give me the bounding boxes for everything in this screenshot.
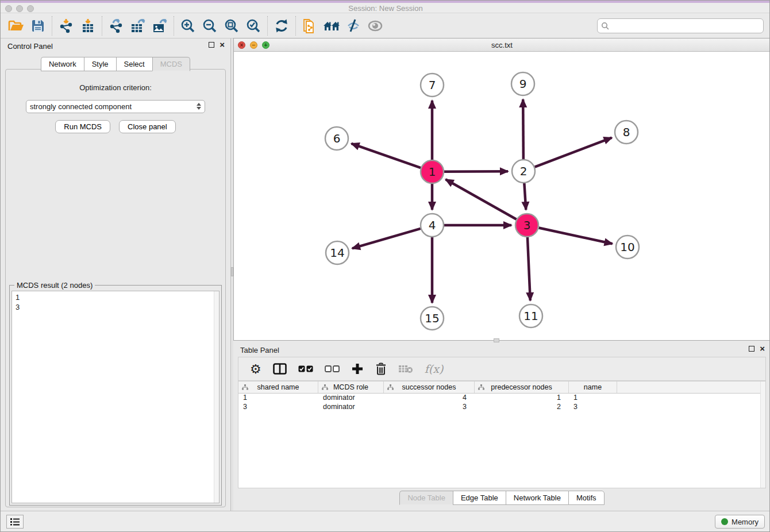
search-field[interactable] [597,18,764,33]
table-settings-button[interactable]: ⚙ [250,362,261,376]
save-session-button[interactable] [27,15,49,37]
cell-shared-name[interactable]: 1 [238,394,318,403]
table-tab-node-table[interactable]: Node Table [399,491,453,505]
column-header-successor-nodes[interactable]: successor nodes [384,381,475,393]
graph-node-label-10: 10 [620,240,634,254]
control-tab-style[interactable]: Style [84,57,116,71]
graph-edge-2-9[interactable] [523,99,523,159]
mcds-result-textarea[interactable]: 1 3 [11,291,220,503]
cell-name[interactable]: 3 [569,403,617,412]
graph-edge-4-14[interactable] [352,229,421,249]
cell-MCDS-role[interactable]: dominator [318,403,384,412]
export-network-button[interactable] [105,15,127,37]
toolbar-separator [295,16,296,36]
column-label: name [584,383,602,391]
export-table-button[interactable] [127,15,149,37]
create-column-button[interactable] [351,363,364,375]
houses-icon [323,19,340,33]
table-row[interactable]: 1dominator411 [238,394,765,403]
control-panel-float-icon[interactable] [209,42,214,48]
mcds-panel: Optimization criterion: strongly connect… [5,69,226,507]
column-header-shared-name[interactable]: shared name [238,381,318,393]
cell-successor-nodes[interactable]: 3 [384,403,475,412]
run-mcds-button[interactable]: Run MCDS [55,120,110,133]
memory-button[interactable]: Memory [715,515,765,529]
app-title: Session: New Session [1,4,770,13]
table-scrollbar[interactable] [760,381,765,488]
deselect-all-button[interactable] [325,365,340,373]
task-history-button[interactable] [6,515,24,529]
home-button[interactable] [321,15,342,37]
optimization-criterion-select[interactable]: strongly connected component [26,100,205,113]
table-tab-edge-table[interactable]: Edge Table [453,491,506,505]
graph-edge-3-1[interactable] [446,179,517,219]
cell-predecessor-nodes[interactable]: 2 [475,403,569,412]
select-all-icon [298,365,313,373]
table-row[interactable]: 3dominator323 [238,403,765,412]
graph-edge-3-11[interactable] [528,237,530,300]
select-all-button[interactable] [298,365,313,373]
hierarchy-icon [387,384,394,390]
hide-graphics-button[interactable] [342,15,364,37]
mcds-result-groupbox: MCDS result (2 nodes) 1 3 [9,285,222,506]
cell-name[interactable]: 1 [569,394,617,403]
zoom-selected-button[interactable] [242,15,264,37]
save-icon [31,19,45,33]
control-tab-mcds[interactable]: MCDS [152,57,190,71]
graph-edge-1-6[interactable] [351,144,421,168]
table-tab-network-table[interactable]: Network Table [506,491,568,505]
export-image-button[interactable] [149,15,171,37]
network-title: scc.txt [234,38,770,49]
search-input[interactable] [611,22,763,30]
zoom-out-button[interactable] [199,15,221,37]
column-header-predecessor-nodes[interactable]: predecessor nodes [475,381,569,393]
cell-MCDS-role[interactable]: dominator [318,394,384,403]
table-toolbar: ⚙ [238,357,766,381]
delete-column-button[interactable] [375,363,387,375]
network-close-icon[interactable]: × [238,41,245,49]
show-columns-button[interactable] [273,363,287,375]
zoom-in-button[interactable] [177,15,199,37]
table-tab-motifs[interactable]: Motifs [568,491,605,505]
open-folder-icon [8,19,24,33]
import-network-button[interactable] [55,15,77,37]
network-maximize-icon[interactable]: + [262,41,270,49]
dropdown-stepper-icon [197,103,201,110]
close-panel-button[interactable]: Close panel [119,120,176,133]
graph-edge-2-8[interactable] [535,138,612,167]
result-scrollbar[interactable] [214,291,219,503]
graph-node-label-14: 14 [330,246,344,260]
graph-edge-3-10[interactable] [539,228,613,244]
graph-edge-1-2[interactable] [444,171,508,172]
apply-layout-button[interactable] [271,15,292,37]
control-tab-select[interactable]: Select [116,57,152,71]
network-window-titlebar[interactable]: × − + scc.txt [234,38,770,52]
document-network-icon [302,18,317,34]
cell-successor-nodes[interactable]: 4 [384,394,475,403]
graph-edge-2-3[interactable] [524,183,526,210]
toolbar-separator [174,16,174,36]
node-table[interactable]: shared nameMCDS rolesuccessor nodesprede… [238,381,766,488]
cell-predecessor-nodes[interactable]: 1 [475,394,569,403]
column-header-name[interactable]: name [569,381,617,393]
clone-network-button[interactable] [299,15,321,37]
table-panel-float-icon[interactable] [749,346,754,352]
gear-icon: ⚙ [250,362,261,376]
refresh-icon [274,18,289,33]
mcds-result-values: 1 3 [12,291,219,313]
network-canvas[interactable]: 7968124314101511 [234,52,770,340]
open-session-button[interactable] [5,15,27,37]
status-bar: Memory [1,511,770,531]
table-panel-close-icon[interactable]: × [760,346,765,352]
zoom-in-icon [180,18,195,33]
network-resize-grip[interactable] [494,338,499,342]
control-panel-close-icon[interactable]: × [220,42,225,48]
column-header-MCDS-role[interactable]: MCDS role [318,381,384,393]
control-tab-network[interactable]: Network [41,57,84,71]
import-table-button[interactable] [77,15,99,37]
network-minimize-icon[interactable]: − [250,41,257,49]
cell-shared-name[interactable]: 3 [238,403,318,412]
app-title-bar: Session: New Session [1,1,770,13]
zoom-fit-button[interactable] [221,15,242,37]
show-graphics-button[interactable] [364,15,386,37]
